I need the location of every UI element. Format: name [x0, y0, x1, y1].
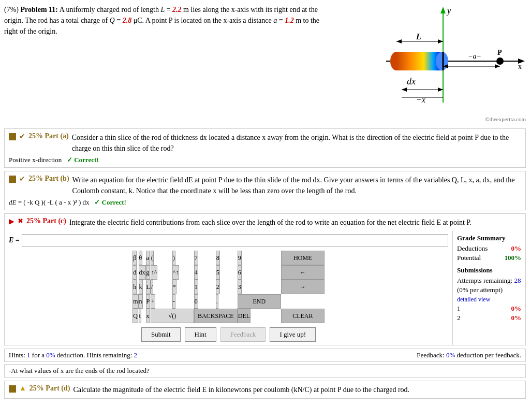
part-c-percent: 25% Part (c) — [26, 217, 66, 225]
kb-2[interactable]: 2 — [216, 280, 220, 294]
part-c-question: Integrate the electric field contributio… — [69, 217, 472, 228]
kb-1[interactable]: 1 — [194, 280, 198, 294]
part-d-triangle-icon: ▲ — [19, 384, 26, 393]
svg-marker-17 — [438, 88, 443, 92]
kb-divide[interactable]: / — [151, 280, 153, 294]
equation-input-row: E = — [9, 234, 448, 247]
kb-plus[interactable]: + — [151, 294, 155, 309]
part-d-question: Calculate the magnitude of the electric … — [73, 384, 409, 395]
sub2-value: 0% — [511, 314, 522, 322]
kb-dot[interactable]: . — [216, 294, 218, 309]
kb-d[interactable]: d — [132, 265, 137, 280]
hints-deduction-pct[interactable]: 0% — [46, 351, 55, 359]
kb-4[interactable]: 4 — [194, 265, 198, 280]
kb-7[interactable]: 7 — [194, 251, 198, 265]
kb-x[interactable]: x — [146, 309, 150, 323]
kb-3[interactable]: 3 — [238, 280, 242, 294]
hint-expand-text: -At what values of x are the ends of the… — [9, 367, 150, 374]
feedback-button[interactable]: Feedback — [220, 327, 266, 342]
feedback-pct[interactable]: 0% — [446, 351, 455, 359]
kb-m[interactable]: m — [132, 294, 138, 309]
problem-a-label: a — [273, 17, 277, 24]
kb-del[interactable]: DEL — [238, 309, 251, 323]
part-a-section: ✔ 25% Part (a) Consider a thin slice of … — [4, 128, 526, 168]
hint-button[interactable]: Hint — [185, 327, 216, 342]
part-c-x-icon: ✖ — [18, 217, 23, 225]
kb-8[interactable]: 8 — [216, 251, 220, 265]
part-a-label: Part (a) — [45, 132, 69, 140]
kb-rparen[interactable]: ) — [172, 251, 175, 265]
kb-beta[interactable]: β — [132, 251, 137, 265]
keyboard-area: β θ a ( ) 7 8 9 HOME d — [9, 251, 448, 323]
kb-h[interactable]: h — [132, 280, 137, 294]
part-c-label: Part (c) — [43, 217, 66, 225]
problem-area: (7%) Problem 11: A uniformly charged rod… — [4, 4, 526, 123]
kb-theta[interactable]: θ — [139, 251, 143, 265]
potential-label: Potential — [457, 254, 481, 262]
kb-row-5: Q t x √() BACKSPACE DEL CLEAR — [132, 309, 325, 323]
detailed-link[interactable]: detailed view — [457, 296, 490, 303]
part-b-correct-label: ✓ Correct! — [94, 198, 126, 206]
kb-sup2[interactable]: ^↑ — [172, 265, 180, 280]
part-d-section: ▲ 25% Part (d) Calculate the magnitude o… — [4, 381, 526, 399]
kb-backspace[interactable]: BACKSPACE — [194, 309, 238, 323]
kb-5[interactable]: 5 — [216, 265, 220, 280]
kb-t[interactable]: t — [139, 309, 141, 323]
grade-potential-row: Potential 100% — [457, 254, 521, 262]
kb-6[interactable]: 6 — [238, 265, 242, 280]
potential-value: 100% — [505, 254, 522, 262]
kb-row-4: m n P + - 0 . END — [132, 294, 325, 309]
kb-n[interactable]: n — [139, 294, 143, 309]
kb-end[interactable]: END — [238, 294, 281, 309]
svg-text:x: x — [518, 63, 522, 70]
kb-a[interactable]: a — [146, 251, 150, 265]
problem-text: (7%) Problem 11: A uniformly charged rod… — [4, 4, 334, 123]
kb-home[interactable]: HOME — [281, 251, 325, 265]
attempts-row: Attempts remaining: 28 — [457, 277, 521, 285]
kb-L[interactable]: L — [146, 280, 151, 294]
hints-link[interactable]: 1 — [27, 351, 31, 359]
submissions-title: Submissions — [457, 266, 521, 274]
kb-sup[interactable]: ↑^ — [151, 265, 158, 280]
attempts-label: Attempts remaining: — [457, 277, 512, 284]
main-container: (7%) Problem 11: A uniformly charged rod… — [0, 0, 530, 403]
give-up-button[interactable]: I give up! — [270, 327, 316, 342]
kb-9[interactable]: 9 — [238, 251, 242, 265]
hints-deduction-text: for a — [32, 351, 46, 359]
hints-remaining[interactable]: 2 — [134, 351, 138, 359]
kb-lparen[interactable]: ( — [151, 251, 154, 265]
attempts-note: (0% per attempt) — [457, 286, 503, 294]
kb-minus[interactable]: - — [172, 294, 175, 309]
problem-title: Problem 11: — [21, 6, 58, 13]
kb-g[interactable]: g — [146, 265, 150, 280]
detailed-view-row: detailed view — [457, 295, 521, 303]
part-b-status-icon — [9, 176, 16, 183]
kb-P[interactable]: P — [146, 294, 151, 309]
kb-clear[interactable]: CLEAR — [281, 309, 325, 323]
kb-sqrt[interactable]: √() — [151, 309, 194, 323]
part-c-section: ▶ ✖ 25% Part (c) Integrate the electric … — [4, 213, 526, 345]
attempts-note-row: (0% per attempt) — [457, 286, 521, 294]
kb-dx[interactable]: dx — [139, 265, 146, 280]
grade-panel: Grade Summary Deductions 0% Potential 10… — [453, 231, 525, 345]
hints-right: Feedback: 0% deduction per feedback. — [417, 351, 521, 359]
problem-desc-start: A uniformly charged rod of length — [60, 6, 161, 13]
part-d-label: Part (d) — [46, 384, 70, 392]
kb-multiply[interactable]: * — [172, 280, 176, 294]
part-d-percent: 25% Part (d) — [30, 384, 70, 393]
submit-button[interactable]: Submit — [141, 327, 181, 342]
kb-right[interactable]: → — [281, 280, 325, 294]
hint-expand: -At what values of x are the ends of the… — [4, 364, 526, 378]
submission-row-2: 2 0% — [457, 314, 521, 322]
part-b-percent: 25% Part (b) — [28, 175, 69, 183]
equation-input[interactable] — [22, 234, 448, 247]
kb-k[interactable]: k — [139, 280, 143, 294]
svg-point-20 — [496, 57, 504, 65]
kb-0[interactable]: 0 — [194, 294, 198, 309]
kb-left[interactable]: ← — [281, 265, 325, 280]
copyright: ©theexpertta.com — [340, 116, 526, 122]
attempts-link[interactable]: 28 — [514, 277, 521, 284]
sub2-num: 2 — [457, 314, 461, 322]
grade-summary-title: Grade Summary — [457, 234, 521, 242]
kb-Q[interactable]: Q — [132, 309, 138, 323]
